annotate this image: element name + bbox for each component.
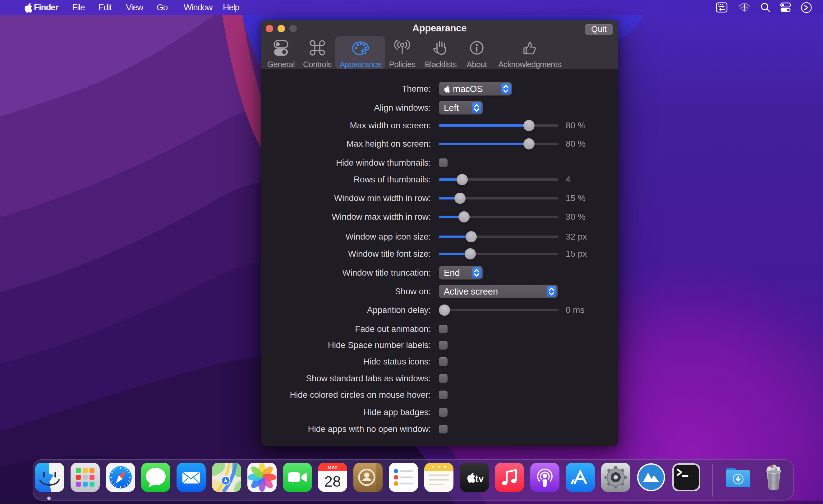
svg-text:28: 28 — [324, 473, 341, 490]
svg-text:MAY: MAY — [328, 465, 338, 470]
svg-text:tv: tv — [475, 473, 484, 484]
